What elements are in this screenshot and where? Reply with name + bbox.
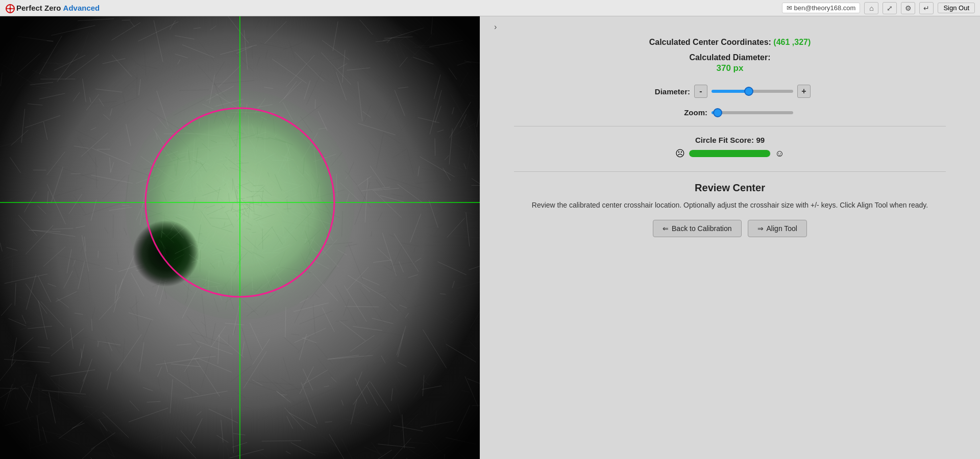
enter-button[interactable]: ↵ — [919, 2, 934, 14]
review-title: Review Center — [490, 182, 970, 194]
email-icon: ✉ — [787, 4, 792, 12]
svg-point-3 — [9, 8, 11, 10]
back-to-calibration-button[interactable]: ⇐ Back to Calibration — [653, 220, 742, 237]
topbar: Perfect Zero Advanced ✉ ben@theory168.co… — [0, 0, 980, 16]
camera-view — [0, 16, 480, 459]
diameter-slider-row: Diameter: - + — [649, 85, 811, 98]
diameter-label: Calculated Diameter: — [689, 53, 770, 62]
center-coords-value: (461 ,327) — [773, 38, 811, 46]
face-sad-icon: ☹ — [675, 148, 685, 159]
diameter-minus-button[interactable]: - — [694, 85, 707, 98]
settings-button[interactable]: ⚙ — [901, 2, 915, 14]
main-content: › Calculated Center Coordinates: (461 ,3… — [0, 16, 980, 459]
circle-fit-label: Circle Fit Score: — [695, 136, 754, 144]
circle-fit-section: Circle Fit Score: 99 ☹ ☺ — [490, 136, 970, 159]
back-label: Back to Calibration — [672, 224, 732, 233]
divider-1 — [514, 126, 946, 126]
fit-bar-row: ☹ ☺ — [490, 148, 970, 159]
circle-fit-score: 99 — [756, 136, 765, 144]
face-happy-icon: ☺ — [775, 148, 784, 159]
zoom-label: Zoom: — [667, 108, 707, 117]
topbar-left: Perfect Zero Advanced — [5, 4, 100, 13]
diameter-slider-label: Diameter: — [649, 87, 690, 96]
align-tool-button[interactable]: ⇒ Align Tool — [748, 220, 807, 237]
diameter-plus-button[interactable]: + — [797, 85, 811, 98]
collapse-icon: › — [494, 22, 497, 31]
zoom-slider-row: Zoom: — [667, 108, 793, 117]
center-coords-section: Calculated Center Coordinates: (461 ,327… — [490, 38, 970, 47]
topbar-right: ✉ ben@theory168.com ⌂ ⤢ ⚙ ↵ Sign Out — [782, 2, 975, 14]
app-title-advanced: Advanced — [63, 4, 100, 12]
sign-out-button[interactable]: Sign Out — [938, 3, 975, 13]
center-coords-label: Calculated Center Coordinates: — [649, 38, 771, 46]
sign-out-label: Sign Out — [943, 4, 969, 12]
diameter-slider[interactable] — [712, 90, 793, 93]
right-panel: › Calculated Center Coordinates: (461 ,3… — [480, 16, 980, 459]
diameter-section: Calculated Diameter: 370 px — [490, 53, 970, 73]
user-info: ✉ ben@theory168.com — [782, 3, 861, 13]
review-desc: Review the calibrated center crosshair l… — [490, 200, 970, 211]
user-email: ben@theory168.com — [794, 4, 856, 12]
back-icon: ⇐ — [663, 224, 669, 233]
align-icon: ⇒ — [757, 224, 764, 233]
logo-icon — [5, 4, 14, 13]
action-buttons: ⇐ Back to Calibration ⇒ Align Tool — [490, 220, 970, 237]
expand-button[interactable]: ⤢ — [883, 2, 897, 14]
divider-2 — [514, 171, 946, 172]
diameter-value: 370 px — [490, 63, 970, 73]
zoom-slider[interactable] — [712, 111, 793, 114]
align-label: Align Tool — [767, 224, 797, 233]
fit-bar-container — [689, 150, 771, 157]
home-button[interactable]: ⌂ — [864, 2, 878, 14]
camera-canvas — [0, 16, 480, 459]
collapse-button[interactable]: › — [490, 21, 501, 33]
review-section: Review Center Review the calibrated cent… — [490, 182, 970, 237]
app-title: Perfect Zero — [16, 4, 61, 12]
fit-bar-fill — [689, 150, 770, 157]
